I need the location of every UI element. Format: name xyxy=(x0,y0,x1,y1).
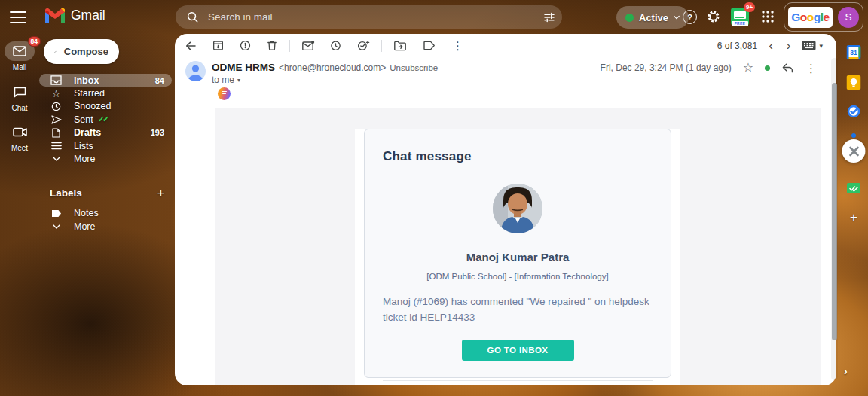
rail-label-meet: Meet xyxy=(11,144,28,152)
sidebar-label: Lists xyxy=(74,141,93,151)
top-bar: Gmail Active ? FREE 9+ xyxy=(0,0,868,34)
inbox-count: 84 xyxy=(155,76,164,85)
compose-button[interactable]: Compose xyxy=(44,39,119,64)
chevron-down-icon xyxy=(50,224,63,229)
add-to-tasks-icon[interactable] xyxy=(356,39,370,52)
older-chevron-icon[interactable]: › xyxy=(784,39,793,52)
hrone-logo[interactable] xyxy=(218,87,231,100)
person-photo xyxy=(493,184,542,233)
sidebar-item-drafts[interactable]: Drafts 193 xyxy=(39,126,172,139)
search-icon xyxy=(186,11,199,23)
help-icon[interactable]: ? xyxy=(683,10,697,24)
help-glyph: ? xyxy=(687,13,692,22)
mailtrack-status-dot xyxy=(765,65,770,71)
search-filters-icon[interactable] xyxy=(542,11,556,24)
sender-avatar[interactable] xyxy=(185,61,206,81)
sidebar-label: More xyxy=(74,154,95,164)
sidebar-item-snoozed[interactable]: Snoozed xyxy=(39,100,172,113)
back-icon[interactable] xyxy=(184,39,197,53)
input-method-selector[interactable]: ▾ xyxy=(802,41,823,50)
mail-pane: ⋮ 6 of 3,081 ‹ › ▾ ODME HRMS <hrone@hron… xyxy=(175,34,836,385)
chat-message-card: Chat message Manoj Kumar Patra [ODM Publ xyxy=(364,129,671,378)
close-icon xyxy=(848,146,859,157)
card-title: Chat message xyxy=(383,149,653,164)
search-bar[interactable] xyxy=(176,5,562,29)
person-department: [ODM Public School] - [Information Techn… xyxy=(383,272,653,281)
tasks-icon[interactable] xyxy=(846,104,861,119)
calendar-icon[interactable]: 31 xyxy=(847,45,861,59)
newer-chevron-icon[interactable]: ‹ xyxy=(766,39,775,52)
recipient-label: to me xyxy=(212,75,234,85)
email-body-background: Chat message Manoj Kumar Patra [ODM Publ xyxy=(215,108,821,385)
chat-status-selector[interactable]: Active xyxy=(616,6,689,29)
recipient-details-toggle[interactable]: to me ▾ xyxy=(212,75,240,85)
mark-unread-icon[interactable] xyxy=(301,40,315,52)
sidebar-item-sent[interactable]: Sent ✓✓ xyxy=(39,113,172,126)
svg-text:31: 31 xyxy=(850,49,857,56)
settings-gear-icon[interactable] xyxy=(706,9,721,24)
keep-icon[interactable] xyxy=(847,75,861,90)
sidebar-label: Sent xyxy=(74,114,93,125)
labels-heading-row: Labels + xyxy=(50,187,164,200)
mail-sidebar: Compose Inbox 84 ☆ Starred Snoozed Sent … xyxy=(39,34,175,233)
extension-notification-badge: 9+ xyxy=(744,2,755,12)
sidebar-label-notes[interactable]: Notes xyxy=(39,207,172,220)
sidebar-item-more[interactable]: More xyxy=(39,152,172,165)
label-tag-icon xyxy=(50,209,63,218)
send-icon xyxy=(50,115,63,124)
report-spam-icon[interactable] xyxy=(239,39,252,52)
search-input[interactable] xyxy=(208,11,542,23)
sidebar-item-lists[interactable]: Lists xyxy=(39,139,172,152)
extension-envelope xyxy=(734,11,746,19)
rail-item-chat[interactable]: Chat xyxy=(5,82,35,112)
message-header: ODME HRMS <hrone@hronecloud.com> Unsubsc… xyxy=(175,57,836,108)
mail-icon: 84 xyxy=(5,41,35,61)
delete-icon[interactable] xyxy=(266,39,278,52)
reply-icon[interactable] xyxy=(781,62,794,74)
star-message-icon[interactable]: ☆ xyxy=(743,62,753,74)
drafts-count: 193 xyxy=(151,128,164,137)
google-letter: g xyxy=(814,11,821,24)
labels-icon[interactable] xyxy=(423,40,436,51)
account-avatar[interactable]: S xyxy=(838,7,859,28)
toolbar-divider xyxy=(381,40,382,52)
snooze-icon[interactable] xyxy=(329,39,342,52)
sidebar-label-more[interactable]: More xyxy=(39,220,172,233)
google-letter: o xyxy=(807,11,814,24)
gmail-logo: Gmail xyxy=(45,8,105,23)
notification-message: Manoj (#1069) has commented "We repaired… xyxy=(383,294,653,326)
move-to-icon[interactable] xyxy=(393,40,407,52)
main-menu-icon[interactable] xyxy=(10,11,26,23)
expand-panel-chevron-icon[interactable]: › xyxy=(844,365,848,377)
labels-heading: Labels xyxy=(50,187,82,199)
sidebar-label: More xyxy=(74,221,95,232)
sender-email: <hrone@hronecloud.com> xyxy=(279,62,386,73)
go-to-inbox-button[interactable]: GO TO INBOX xyxy=(462,340,574,361)
scrollbar-thumb[interactable] xyxy=(832,83,837,340)
close-overlay-button[interactable] xyxy=(842,139,866,163)
add-addon-icon[interactable]: + xyxy=(850,210,857,225)
message-more-icon[interactable]: ⋮ xyxy=(805,62,817,74)
mailtrack-panel-icon[interactable] xyxy=(847,183,860,193)
rail-item-meet[interactable]: Meet xyxy=(5,122,35,152)
rail-label-chat: Chat xyxy=(11,104,27,112)
mailtrack-extension-icon[interactable]: FREE 9+ xyxy=(729,6,750,27)
unsubscribe-link[interactable]: Unsubscribe xyxy=(390,63,438,72)
create-label-icon[interactable]: + xyxy=(157,187,164,200)
sidebar-label: Drafts xyxy=(74,127,101,138)
google-logo[interactable]: G o o g l e xyxy=(788,7,833,28)
sidebar-item-starred[interactable]: ☆ Starred xyxy=(39,87,172,99)
star-icon: ☆ xyxy=(50,88,63,99)
sidebar-item-inbox[interactable]: Inbox 84 xyxy=(39,74,172,87)
compose-label: Compose xyxy=(64,46,108,57)
gmail-m-icon xyxy=(45,8,65,23)
pagination-label: 6 of 3,081 xyxy=(717,41,757,51)
archive-icon[interactable] xyxy=(212,39,225,52)
sidebar-label: Notes xyxy=(74,208,99,218)
inbox-icon xyxy=(50,75,63,85)
chat-icon xyxy=(5,82,35,102)
google-apps-grid-icon[interactable] xyxy=(760,9,775,24)
more-options-icon[interactable]: ⋮ xyxy=(452,40,463,51)
rail-item-mail[interactable]: 84 Mail xyxy=(5,41,35,72)
keyboard-icon xyxy=(802,41,816,50)
